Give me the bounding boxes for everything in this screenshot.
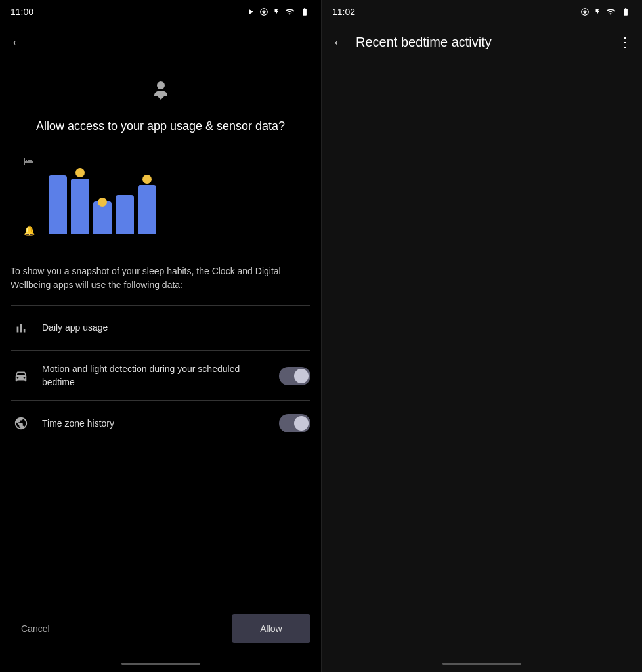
left-status-bar: 11:00	[0, 0, 321, 24]
motion-text: Motion and light detection during your s…	[42, 363, 271, 388]
left-status-icons	[246, 7, 310, 16]
left-bottom-indicator	[0, 659, 321, 672]
data-item-daily-usage: Daily app usage	[11, 306, 310, 351]
description-text: To show you a snapshot of your sleep hab…	[11, 264, 310, 292]
bolt-icon	[272, 7, 280, 16]
bar-chart-icon	[11, 318, 32, 339]
motion-toggle[interactable]	[279, 367, 310, 385]
left-content: Allow access to your app usage & sensor …	[0, 60, 321, 604]
allow-button[interactable]: Allow	[232, 614, 310, 643]
right-back-button[interactable]: ←	[332, 35, 345, 50]
bar-group-3	[93, 201, 112, 234]
data-item-timezone: Time zone history	[11, 401, 310, 446]
data-items: Daily app usage Motion and light detecti…	[11, 305, 310, 446]
battery-icon	[299, 7, 310, 16]
left-top-bar: ←	[0, 24, 321, 60]
car-icon	[11, 366, 32, 387]
bar-group-1	[49, 175, 67, 234]
left-back-button[interactable]: ←	[11, 35, 24, 50]
bars-container	[49, 163, 300, 234]
bolt-icon-right	[593, 7, 601, 16]
wellbeing-heart-icon	[145, 76, 177, 108]
bed-icon: 🛏	[24, 156, 34, 167]
bar-4	[116, 195, 134, 234]
target-icon	[259, 7, 268, 16]
timezone-toggle[interactable]	[279, 414, 310, 432]
bottom-buttons: Cancel Allow	[0, 604, 321, 659]
right-content-empty	[322, 60, 642, 659]
timezone-text: Time zone history	[42, 417, 271, 430]
bar-group-5	[138, 185, 156, 234]
right-bottom-indicator	[322, 659, 642, 672]
bar-group-2	[71, 178, 89, 234]
play-icon	[246, 7, 255, 16]
wifi-icon	[284, 7, 295, 16]
icon-area	[11, 76, 310, 108]
bar-2	[71, 178, 89, 234]
right-panel: 11:02 ← Recent bedtime activity ⋮	[321, 0, 642, 672]
data-item-motion: Motion and light detection during your s…	[11, 351, 310, 401]
left-bottom-bar	[121, 663, 200, 665]
globe-icon	[11, 413, 32, 434]
wifi-icon-right	[605, 7, 616, 16]
right-page-title: Recent bedtime activity	[356, 35, 492, 50]
chart-area: 🛏 🔔	[16, 150, 305, 249]
bar-1	[49, 175, 67, 234]
dot-2	[75, 168, 85, 177]
right-time: 11:02	[332, 7, 355, 17]
right-bottom-bar	[442, 663, 521, 665]
left-time: 11:00	[11, 7, 33, 17]
right-status-bar: 11:02	[322, 0, 642, 24]
right-menu-button[interactable]: ⋮	[618, 34, 631, 50]
cancel-button[interactable]: Cancel	[11, 616, 60, 642]
battery-icon-right	[620, 7, 631, 16]
permission-title: Allow access to your app usage & sensor …	[21, 118, 300, 135]
target-icon-right	[580, 7, 589, 16]
svg-point-0	[157, 81, 165, 89]
left-panel: 11:00 ← Allow access	[0, 0, 321, 672]
bell-icon: 🔔	[24, 225, 35, 236]
right-status-icons	[580, 7, 631, 16]
daily-usage-text: Daily app usage	[42, 322, 310, 335]
bar-5	[138, 185, 156, 234]
right-top-bar: ← Recent bedtime activity ⋮	[322, 24, 642, 60]
bar-group-4	[116, 195, 134, 234]
dot-5	[142, 175, 152, 184]
